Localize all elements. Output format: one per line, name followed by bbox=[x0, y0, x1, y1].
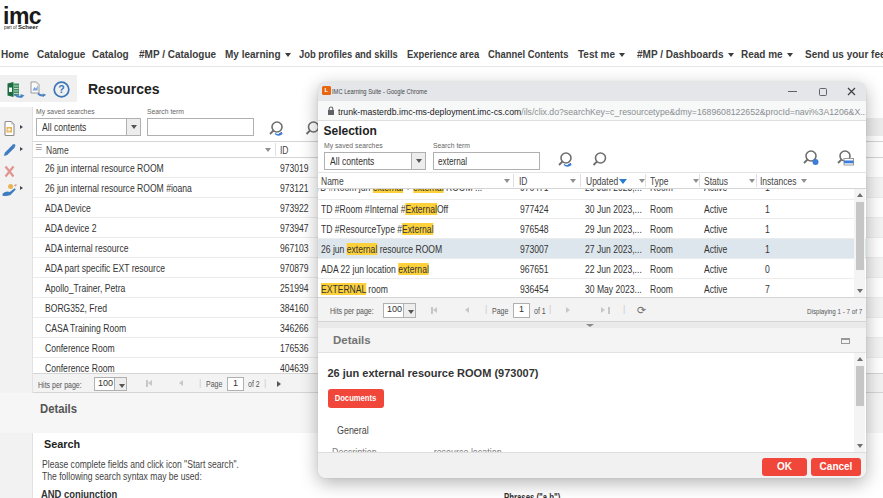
svg-text:?: ? bbox=[58, 83, 64, 95]
